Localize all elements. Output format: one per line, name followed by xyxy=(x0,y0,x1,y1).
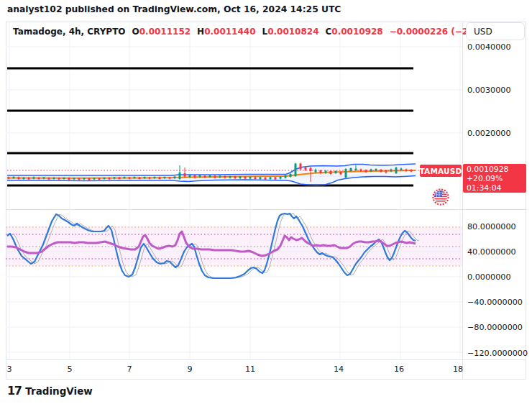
us-flag-economic-event-icon[interactable] xyxy=(432,188,449,206)
symbol-title[interactable]: Tamadoge, 4h, CRYPTO xyxy=(13,27,126,37)
publish-header: analyst102 published on TradingView.com,… xyxy=(7,4,341,14)
ind-labels-label: 40.0000000 xyxy=(467,247,516,257)
pane-separator[interactable] xyxy=(6,209,526,210)
last-price-change: +20.09% xyxy=(467,174,526,183)
time-labels-label: 3 xyxy=(6,364,12,374)
time-axis-separator xyxy=(6,359,526,360)
time-labels-label: 11 xyxy=(245,364,255,374)
ohlc-key: O xyxy=(132,27,139,37)
price-labels-label: 0.0040000 xyxy=(467,42,511,52)
ohlc-value: 0.0011440 xyxy=(204,27,255,37)
last-price-tag[interactable]: 0.0010928 +20.09% 01:34:04 xyxy=(463,164,526,193)
ohlc-key: H xyxy=(197,27,204,37)
ind-labels-label: −40.0000000 xyxy=(467,298,523,307)
time-labels-label: 14 xyxy=(334,364,344,374)
price-axis-separator xyxy=(462,22,463,380)
ind-labels-label: 80.0000000 xyxy=(467,222,516,231)
tradingview-logo-text: TradingView xyxy=(25,385,93,397)
time-labels-label: 7 xyxy=(127,364,132,374)
tradingview-logo[interactable]: 17 TradingView xyxy=(7,385,93,397)
time-labels-label: 18 xyxy=(453,364,463,374)
price-labels-label: 0.0030000 xyxy=(467,86,511,95)
ohlc-key: C xyxy=(326,27,332,37)
last-price-value: 0.0010928 xyxy=(467,165,526,174)
time-labels-label: 9 xyxy=(187,364,192,374)
symbol-price-label[interactable]: TAMAUSD xyxy=(420,165,462,177)
time-labels-label: 5 xyxy=(67,364,72,374)
ind-labels-label: −120.0000000 xyxy=(467,349,528,358)
ind-labels-label: 0.0000000 xyxy=(467,272,511,282)
ohlc-value: 0.0011152 xyxy=(139,27,191,37)
ohlc-key: L xyxy=(262,27,268,37)
chart-legend[interactable]: Tamadoge, 4h, CRYPTOO0.0011152H0.0011440… xyxy=(13,27,496,37)
currency-toggle-button[interactable]: USD xyxy=(466,22,525,40)
ohlc-value: 0.0010824 xyxy=(267,27,318,37)
tradingview-logo-icon: 17 xyxy=(7,385,21,397)
published-chart-page: analyst102 published on TradingView.com,… xyxy=(0,0,532,404)
bar-countdown: 01:34:04 xyxy=(467,183,526,193)
ind-labels-label: −80.0000000 xyxy=(467,323,523,332)
ohlc-value: 0.0010928 xyxy=(331,27,382,37)
price-labels-label: 0.0020000 xyxy=(467,129,511,138)
time-labels-label: 16 xyxy=(394,364,404,374)
